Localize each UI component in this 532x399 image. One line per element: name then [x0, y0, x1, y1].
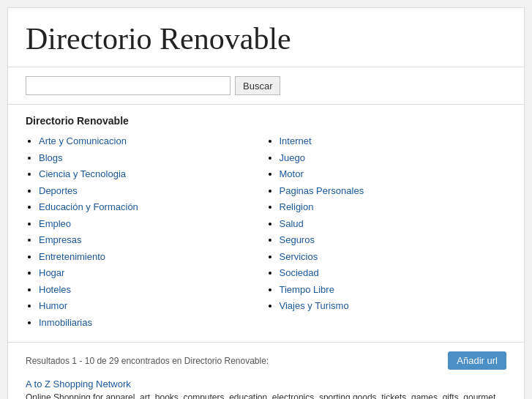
category-link[interactable]: Inmobiliarias — [39, 317, 92, 328]
list-item: Internet — [280, 134, 507, 149]
list-item: Hoteles — [39, 283, 266, 297]
result-title-link[interactable]: A to Z Shopping Network — [26, 379, 131, 389]
header-section: Directorio Renovable — [8, 8, 524, 67]
category-link[interactable]: Juego — [280, 152, 305, 163]
category-link[interactable]: Entretenimiento — [39, 251, 105, 262]
list-item: Servicios — [280, 250, 507, 264]
category-link[interactable]: Humor — [39, 300, 67, 311]
category-link[interactable]: Viajes y Turismo — [280, 300, 349, 311]
list-item: Juego — [280, 151, 507, 165]
page-title: Directorio Renovable — [26, 21, 506, 56]
category-link[interactable]: Arte y Comunicacion — [39, 135, 127, 146]
result-description: Online Shopping for apparel, art, books,… — [26, 391, 506, 399]
list-item: Inmobiliarias — [39, 316, 266, 330]
list-item: Motor — [280, 167, 507, 182]
search-button[interactable]: Buscar — [235, 76, 280, 95]
category-link[interactable]: Hogar — [39, 267, 64, 278]
category-link[interactable]: Hoteles — [39, 284, 71, 295]
list-item: Paginas Personales — [280, 184, 507, 198]
category-link[interactable]: Sociedad — [280, 267, 319, 278]
category-link[interactable]: Ciencia y Tecnologia — [39, 168, 126, 179]
list-item: Arte y Comunicacion — [39, 134, 266, 149]
category-link[interactable]: Empleo — [39, 218, 71, 229]
category-link[interactable]: Salud — [280, 218, 304, 229]
list-item: Religion — [280, 200, 507, 215]
page-wrapper: Directorio Renovable Buscar Directorio R… — [7, 7, 525, 399]
add-url-button[interactable]: Añadir url — [448, 351, 506, 370]
list-item: Salud — [280, 217, 507, 231]
left-category-column: Arte y Comunicacion Blogs Ciencia y Tecn… — [26, 134, 266, 332]
category-link[interactable]: Motor — [280, 168, 304, 179]
category-link[interactable]: Internet — [280, 135, 312, 146]
list-item: Humor — [39, 299, 266, 313]
list-item: Empresas — [39, 233, 266, 247]
list-item: Hogar — [39, 266, 266, 280]
categories-grid: Arte y Comunicacion Blogs Ciencia y Tecn… — [26, 134, 506, 332]
category-link[interactable]: Tiempo Libre — [280, 284, 334, 295]
list-item: Seguros — [280, 233, 507, 247]
category-link[interactable]: Seguros — [280, 234, 315, 245]
category-link[interactable]: Blogs — [39, 152, 63, 163]
left-category-list: Arte y Comunicacion Blogs Ciencia y Tecn… — [26, 134, 266, 329]
category-link[interactable]: Deportes — [39, 185, 78, 196]
list-item: Blogs — [39, 151, 266, 165]
search-input[interactable] — [26, 76, 231, 95]
search-section: Buscar — [8, 67, 524, 105]
results-section: Resultados 1 - 10 de 29 encontrados en D… — [8, 343, 524, 399]
list-item: Empleo — [39, 217, 266, 231]
list-item: Deportes — [39, 184, 266, 198]
result-item: A to Z Shopping Network Online Shopping … — [26, 379, 506, 399]
list-item: Viajes y Turismo — [280, 299, 507, 313]
directory-section-title: Directorio Renovable — [26, 115, 506, 127]
list-item: Ciencia y Tecnologia — [39, 167, 266, 182]
right-category-list: Internet Juego Motor Paginas Personales … — [266, 134, 507, 313]
category-link[interactable]: Servicios — [280, 251, 318, 262]
category-link[interactable]: Empresas — [39, 234, 82, 245]
directory-section: Directorio Renovable Arte y Comunicacion… — [8, 105, 524, 343]
list-item: Entretenimiento — [39, 250, 266, 264]
results-count: Resultados 1 - 10 de 29 encontrados en D… — [26, 356, 269, 366]
list-item: Sociedad — [280, 266, 507, 280]
list-item: Tiempo Libre — [280, 283, 507, 297]
category-link[interactable]: Paginas Personales — [280, 185, 364, 196]
right-category-column: Internet Juego Motor Paginas Personales … — [266, 134, 507, 332]
list-item: Educación y Formación — [39, 200, 266, 215]
category-link[interactable]: Educación y Formación — [39, 201, 138, 212]
result-title: A to Z Shopping Network — [26, 379, 506, 389]
results-header: Resultados 1 - 10 de 29 encontrados en D… — [26, 351, 506, 370]
category-link[interactable]: Religion — [280, 201, 314, 212]
